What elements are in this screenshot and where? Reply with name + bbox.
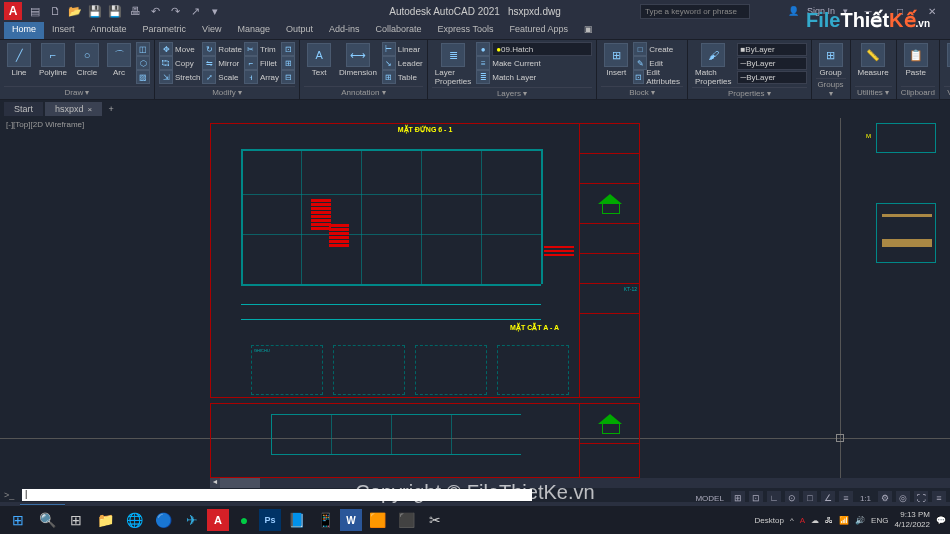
scale-display[interactable]: 1:1 bbox=[857, 494, 874, 503]
user-icon[interactable]: 👤 bbox=[788, 6, 799, 16]
tray-chevron-icon[interactable]: ^ bbox=[790, 516, 794, 525]
leader-button[interactable]: Leader bbox=[398, 59, 423, 68]
edit-attr-icon[interactable]: ⊡ bbox=[633, 70, 644, 84]
snap-toggle-icon[interactable]: ⊡ bbox=[749, 491, 763, 505]
trim-icon[interactable]: ✂ bbox=[244, 42, 258, 56]
panel-draw-label[interactable]: Draw ▾ bbox=[4, 86, 150, 97]
tray-wifi-icon[interactable]: 📶 bbox=[839, 516, 849, 525]
move-icon[interactable]: ✥ bbox=[159, 42, 173, 56]
panel-layers-label[interactable]: Layers ▾ bbox=[432, 87, 592, 98]
app-logo-icon[interactable]: A bbox=[4, 2, 22, 20]
tab-extra-icon[interactable]: ▣ bbox=[576, 22, 601, 39]
clean-screen-icon[interactable]: ⛶ bbox=[914, 491, 928, 505]
panel-block-label[interactable]: Block ▾ bbox=[601, 86, 683, 97]
stretch-button[interactable]: Stretch bbox=[175, 73, 200, 82]
make-current-button[interactable]: Make Current bbox=[492, 59, 540, 68]
scale-icon[interactable]: ⤢ bbox=[202, 70, 216, 84]
file-tab-current[interactable]: hsxpxd× bbox=[45, 102, 102, 116]
tab-annotate[interactable]: Annotate bbox=[83, 22, 135, 39]
saveas-icon[interactable]: 💾 bbox=[108, 4, 122, 18]
tab-parametric[interactable]: Parametric bbox=[135, 22, 195, 39]
create-button[interactable]: Create bbox=[649, 45, 673, 54]
polar-toggle-icon[interactable]: ⊙ bbox=[785, 491, 799, 505]
table-button[interactable]: Table bbox=[398, 73, 417, 82]
panel-modify-label[interactable]: Modify ▾ bbox=[159, 86, 295, 97]
modify-misc-icon[interactable]: ⊡ bbox=[281, 42, 295, 56]
modify-misc-icon2[interactable]: ⊞ bbox=[281, 56, 295, 70]
color-dropdown[interactable]: ■ ByLayer bbox=[737, 43, 807, 56]
save-icon[interactable]: 💾 bbox=[88, 4, 102, 18]
tab-view[interactable]: View bbox=[194, 22, 229, 39]
isolate-icon[interactable]: ◎ bbox=[896, 491, 910, 505]
layer-props-button[interactable]: ≣Layer Properties bbox=[432, 42, 474, 87]
tab-featured[interactable]: Featured Apps bbox=[501, 22, 576, 39]
rotate-button[interactable]: Rotate bbox=[218, 45, 242, 54]
line-button[interactable]: ╱Line bbox=[4, 42, 34, 78]
scale-button[interactable]: Scale bbox=[218, 73, 238, 82]
notification-icon[interactable]: 💬 bbox=[936, 516, 946, 525]
panel-annotation-label[interactable]: Annotation ▾ bbox=[304, 86, 423, 97]
search-icon[interactable]: 🔍 bbox=[33, 508, 61, 532]
plot-icon[interactable]: 🖶 bbox=[128, 4, 142, 18]
tray-clock[interactable]: 9:13 PM 4/12/2022 bbox=[894, 510, 930, 530]
fillet-icon[interactable]: ⌐ bbox=[244, 56, 258, 70]
polyline-button[interactable]: ⌐Polyline bbox=[36, 42, 70, 78]
command-prompt-icon[interactable]: >_ bbox=[4, 490, 22, 500]
tab-home[interactable]: Home bbox=[4, 22, 44, 39]
customize-icon[interactable]: ≡ bbox=[932, 491, 946, 505]
desktop-toolbar[interactable]: Desktop bbox=[755, 516, 784, 525]
mirror-button[interactable]: Mirror bbox=[218, 59, 239, 68]
chrome-icon[interactable]: 🔵 bbox=[149, 508, 177, 532]
match-layer-button[interactable]: Match Layer bbox=[492, 73, 536, 82]
panel-utilities-label[interactable]: Utilities ▾ bbox=[855, 86, 892, 97]
telegram-icon[interactable]: ✈ bbox=[178, 508, 206, 532]
osnap-toggle-icon[interactable]: □ bbox=[803, 491, 817, 505]
photoshop-icon[interactable]: Ps bbox=[259, 509, 281, 531]
autocad-icon[interactable]: A bbox=[207, 509, 229, 531]
fillet-button[interactable]: Fillet bbox=[260, 59, 277, 68]
misc-draw-icon3[interactable]: ▨ bbox=[136, 70, 150, 84]
viewport-label[interactable]: [-][Top][2D Wireframe] bbox=[6, 120, 84, 129]
arc-button[interactable]: ⌒Arc bbox=[104, 42, 134, 78]
status-model[interactable]: MODEL bbox=[692, 494, 726, 503]
array-icon[interactable]: ⫞ bbox=[244, 70, 258, 84]
undo-icon[interactable]: ↶ bbox=[148, 4, 162, 18]
match-props-button[interactable]: 🖌Match Properties bbox=[692, 42, 734, 87]
app-icon3[interactable]: 📱 bbox=[311, 508, 339, 532]
stretch-icon[interactable]: ⇲ bbox=[159, 70, 173, 84]
snipping-icon[interactable]: ✂ bbox=[421, 508, 449, 532]
open-icon[interactable]: 📂 bbox=[68, 4, 82, 18]
app-icon4[interactable]: 🟧 bbox=[363, 508, 391, 532]
lineweight-dropdown[interactable]: ─ ByLayer bbox=[737, 57, 807, 70]
tray-volume-icon[interactable]: 🔊 bbox=[855, 516, 865, 525]
tab-manage[interactable]: Manage bbox=[229, 22, 278, 39]
table-icon[interactable]: ⊞ bbox=[382, 70, 396, 84]
scroll-left-icon[interactable]: ◄ bbox=[210, 478, 220, 488]
leader-icon[interactable]: ↘ bbox=[382, 56, 396, 70]
edit-button[interactable]: Edit bbox=[649, 59, 663, 68]
panel-properties-label[interactable]: Properties ▾ bbox=[692, 87, 806, 98]
insert-button[interactable]: ⊞Insert bbox=[601, 42, 631, 78]
array-button[interactable]: Array bbox=[260, 73, 279, 82]
paste-button[interactable]: 📋Paste bbox=[901, 42, 931, 78]
edit-icon[interactable]: ✎ bbox=[633, 56, 647, 70]
dimension-button[interactable]: ⟷Dimension bbox=[336, 42, 380, 78]
measure-button[interactable]: 📏Measure bbox=[855, 42, 892, 78]
redo-icon[interactable]: ↷ bbox=[168, 4, 182, 18]
tab-collaborate[interactable]: Collaborate bbox=[368, 22, 430, 39]
settings-icon[interactable]: ⚙ bbox=[878, 491, 892, 505]
layer-state-icon[interactable]: ● bbox=[476, 42, 490, 56]
new-icon[interactable]: 🗋 bbox=[48, 4, 62, 18]
task-view-icon[interactable]: ⊞ bbox=[62, 508, 90, 532]
share-icon[interactable]: ↗ bbox=[188, 4, 202, 18]
rotate-icon[interactable]: ↻ bbox=[202, 42, 216, 56]
group-button[interactable]: ⊞Group bbox=[816, 42, 846, 78]
linear-button[interactable]: Linear bbox=[398, 45, 420, 54]
mirror-icon[interactable]: ⇋ bbox=[202, 56, 216, 70]
misc-draw-icon2[interactable]: ⬡ bbox=[136, 56, 150, 70]
edge-icon[interactable]: 🌐 bbox=[120, 508, 148, 532]
match-icon[interactable]: ≡ bbox=[476, 56, 490, 70]
copy-button[interactable]: Copy bbox=[175, 59, 194, 68]
word-icon[interactable]: W bbox=[340, 509, 362, 531]
linear-icon[interactable]: ⊢ bbox=[382, 42, 396, 56]
